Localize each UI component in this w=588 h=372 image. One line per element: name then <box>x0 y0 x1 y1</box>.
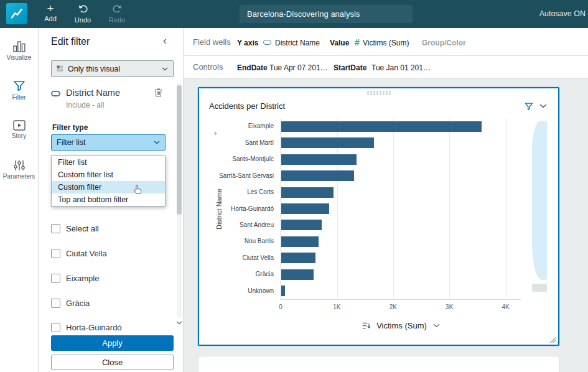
bar[interactable] <box>281 203 329 214</box>
filter-type-option[interactable]: Top and bottom filter <box>52 193 165 206</box>
chevron-down-icon <box>433 323 440 328</box>
field-wells-label: Field wells <box>193 37 231 47</box>
checkbox-icon[interactable] <box>51 323 60 332</box>
x-tick-label: 4K <box>502 304 509 310</box>
filter-type-menu: Filter list Custom filter list Custom fi… <box>51 156 166 207</box>
category-labels: EixampleSant MartíSants-MontjuïcSarrià-S… <box>199 118 278 300</box>
bar[interactable] <box>281 187 334 198</box>
visual-filter-icon[interactable] <box>525 102 533 111</box>
end-date-label: EndDate <box>237 63 268 72</box>
sidebar-item-label: Story <box>0 133 38 139</box>
scrollbar-thumb[interactable] <box>177 85 182 215</box>
bar[interactable] <box>281 137 374 148</box>
redo-button[interactable]: Redo <box>105 2 129 26</box>
category-label: Sant Martí <box>245 139 274 146</box>
analysis-title[interactable]: Barcelona-Discovering analysis <box>240 5 413 23</box>
bar[interactable] <box>281 236 319 247</box>
top-bar: + Add Undo Redo Barcelona-Discovering an… <box>0 0 588 28</box>
visual-card-accidents-per-district[interactable]: Accidents per District › District Name E… <box>198 87 559 346</box>
checkbox-icon[interactable] <box>51 299 60 308</box>
autosave-toggle[interactable]: Autosave ON <box>539 0 586 28</box>
quicksight-logo[interactable] <box>6 3 27 24</box>
gridline <box>449 118 450 299</box>
left-sidebar: Visualize Filter Story Parameters <box>0 28 39 372</box>
checkbox-label: Ciutat Vella <box>66 249 107 258</box>
controls-bar: Controls EndDate Tue Apr 07 201… StartDa… <box>184 56 588 78</box>
value-field-chip[interactable]: Victims (Sum) <box>363 39 409 47</box>
y-axis-well-label: Y axis <box>237 39 258 47</box>
checkbox-row[interactable]: Gràcia <box>51 299 90 308</box>
filter-type-option[interactable]: Filter list <box>52 156 165 169</box>
bar-chart-icon <box>0 41 38 52</box>
checkbox-row[interactable]: Ciutat Vella <box>51 249 107 258</box>
sort-control[interactable]: Victims (Sum) <box>281 320 521 331</box>
visual-card-partial[interactable] <box>198 356 559 372</box>
sidebar-item-visualize[interactable]: Visualize <box>0 41 38 61</box>
chevron-down-icon <box>162 67 168 71</box>
close-button[interactable]: Close <box>51 355 174 370</box>
chevron-down-icon <box>154 141 160 144</box>
checkbox-label: Horta-Guinardó <box>66 323 122 332</box>
collapse-panel-icon[interactable]: ‹ <box>163 34 167 47</box>
visual-grid-icon <box>57 65 63 72</box>
undo-icon <box>70 4 95 16</box>
filter-type-option[interactable]: Custom filter list <box>52 169 165 181</box>
start-date-control[interactable]: Tue Jan 01 201… <box>371 63 431 72</box>
filter-type-label: Filter type <box>52 123 88 132</box>
undo-label: Undo <box>75 16 91 24</box>
dimension-pill-icon <box>263 40 271 45</box>
visual-menu-chevron-icon[interactable] <box>539 104 547 108</box>
funnel-icon <box>0 80 38 92</box>
bar[interactable] <box>281 220 322 230</box>
bar[interactable] <box>281 286 285 296</box>
chart-scroll-preview[interactable] <box>527 119 548 300</box>
measure-hash-icon: # <box>355 37 360 47</box>
start-date-label: StartDate <box>334 63 366 72</box>
sort-icon <box>362 322 371 330</box>
end-date-control[interactable]: Tue Apr 07 201… <box>269 63 328 72</box>
resize-handle-icon[interactable] <box>549 337 556 343</box>
sidebar-item-label: Filter <box>0 94 38 101</box>
value-well-label: Value <box>330 39 349 47</box>
checkbox-icon[interactable] <box>51 224 60 233</box>
filter-type-option[interactable]: Custom filter <box>52 181 165 193</box>
redo-icon <box>105 4 129 16</box>
filter-type-select[interactable]: Filter list <box>51 134 166 151</box>
hand-cursor-icon <box>133 184 142 195</box>
checkbox-row[interactable]: Eixample <box>51 274 99 283</box>
filter-scope-select[interactable]: Only this visual <box>51 60 174 77</box>
apply-button[interactable]: Apply <box>51 335 174 351</box>
bar[interactable] <box>281 253 315 263</box>
group-color-well-label[interactable]: Group/Color <box>422 39 466 47</box>
sidebar-item-story[interactable]: Story <box>0 120 38 139</box>
scroll-down-icon[interactable] <box>176 321 182 325</box>
trash-icon[interactable] <box>154 88 163 98</box>
category-label: Ciutat Vella <box>242 254 274 261</box>
category-label: Sarrià-Sant Gervasi <box>219 172 274 179</box>
checkbox-icon[interactable] <box>51 274 60 283</box>
y-axis-field-chip[interactable]: District Name <box>275 39 320 47</box>
gridline <box>506 118 506 299</box>
checkbox-icon[interactable] <box>51 249 60 258</box>
bar[interactable] <box>281 121 482 132</box>
sidebar-item-parameters[interactable]: Parameters <box>0 160 38 180</box>
scroll-preview-thumb[interactable] <box>532 284 547 292</box>
category-label: Eixample <box>248 123 274 129</box>
select-all-checkbox-row[interactable]: Select all <box>51 224 99 233</box>
drag-handle-icon[interactable] <box>366 91 391 95</box>
sidebar-item-label: Visualize <box>0 54 38 61</box>
sidebar-item-filter[interactable]: Filter <box>0 80 38 101</box>
x-tick-label: 3K <box>446 304 453 310</box>
bar[interactable] <box>281 269 314 280</box>
undo-button[interactable]: Undo <box>70 2 95 26</box>
scroll-preview-window[interactable] <box>532 121 547 280</box>
bar[interactable] <box>281 170 354 181</box>
filter-subtitle: Include - all <box>66 101 104 109</box>
add-button[interactable]: + Add <box>40 2 61 26</box>
story-icon <box>0 120 38 131</box>
checkbox-row[interactable]: Horta-Guinardó <box>51 323 122 332</box>
category-label: Nou Barris <box>245 238 274 244</box>
checkbox-label: Gràcia <box>66 299 90 308</box>
panel-scrollbar[interactable] <box>177 83 182 318</box>
bar[interactable] <box>281 154 357 165</box>
